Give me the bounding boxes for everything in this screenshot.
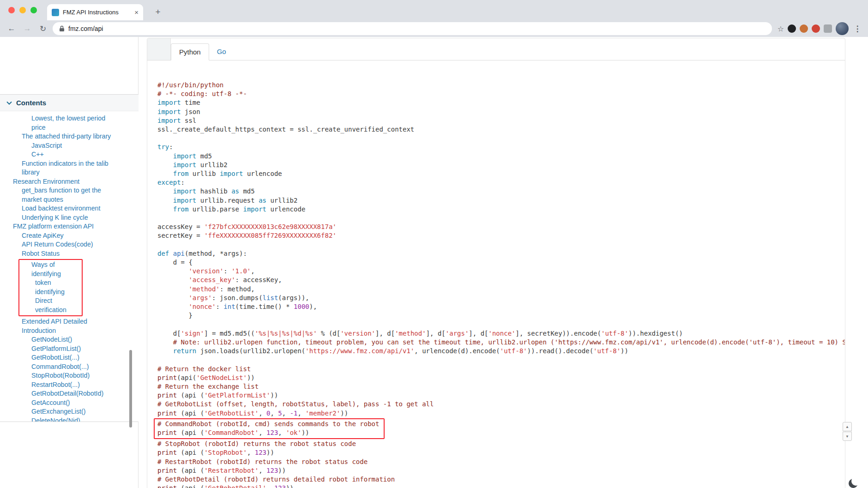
code-line <box>157 320 845 329</box>
code-line: # StopRobot (robotId) returns the robot … <box>157 440 845 448</box>
code-line <box>157 355 845 364</box>
back-icon[interactable]: ← <box>6 23 18 35</box>
toc-item[interactable]: Ways of identifying <box>19 260 82 278</box>
sidebar-scrollbar[interactable] <box>129 350 132 428</box>
code-line: import ssl <box>157 116 845 125</box>
code-line: 'method': method, <box>157 285 845 294</box>
code-line: print (api ('StopRobot', 123)) <box>157 448 845 457</box>
toc-item[interactable]: get_bars function to get the market quot… <box>0 186 137 204</box>
code-line: print (api ('GetRobotDetail', 123)) <box>157 484 845 488</box>
code-line: # Return the exchange list <box>157 382 845 391</box>
toc-item[interactable]: token identifying <box>19 278 82 296</box>
minimize-window-button[interactable] <box>19 7 26 13</box>
code-line: # RestartRobot (robotId) returns the rob… <box>157 458 845 466</box>
dark-mode-moon-icon[interactable] <box>851 476 861 486</box>
extension-icon[interactable] <box>812 24 820 33</box>
browser-tab[interactable]: FMZ API Instructions × <box>47 4 143 20</box>
toc-item[interactable]: Underlying K line cycle <box>0 213 137 223</box>
code-block: #!/usr/bin/python# -*- coding: utf-8 -*-… <box>147 60 845 488</box>
browser-menu-icon[interactable]: ⋮ <box>852 23 862 35</box>
code-line <box>157 241 845 249</box>
code-highlight-box: # CommandRobot (robotId, cmd) sends comm… <box>154 418 385 439</box>
contents-panel: Contents Lowest, the lowest period price… <box>0 94 139 422</box>
sidebar: Contents Lowest, the lowest period price… <box>0 37 139 488</box>
code-line: # -*- coding: utf-8 -*- <box>157 90 845 98</box>
zoom-window-button[interactable] <box>30 7 37 13</box>
toc-item[interactable]: Robot Status <box>0 249 137 259</box>
toc-item[interactable]: Load backtest environment <box>0 204 137 213</box>
code-line: # Return the docker list <box>157 365 845 374</box>
code-line: import md5 <box>157 152 845 161</box>
code-line: from urllib.parse import urlencode <box>157 205 845 214</box>
contents-title: Contents <box>16 99 46 107</box>
toc-item[interactable]: Direct verification <box>19 296 82 314</box>
toc-item[interactable]: GetRobotList(...) <box>0 353 137 362</box>
code-line: def api(method, *args): <box>157 249 845 258</box>
toc-item[interactable]: StopRobot(RobotId) <box>0 371 137 380</box>
toc-item[interactable]: FMZ platform extension API <box>0 222 137 231</box>
toc-item[interactable]: Extended API Detailed Introduction <box>0 317 137 335</box>
toc-item[interactable]: Function indicators in the talib library <box>0 159 137 177</box>
toc-item[interactable]: CommandRobot(...) <box>0 362 137 372</box>
code-line: print (api ('RestartRobot', 123)) <box>157 466 845 475</box>
extension-icon[interactable] <box>788 24 796 33</box>
code-line: accessKey = 'f27bfcXXXXXXXX013c62e98XXXX… <box>157 223 845 231</box>
code-line: import json <box>157 108 845 116</box>
profile-avatar[interactable] <box>836 22 849 35</box>
close-window-button[interactable] <box>8 7 15 13</box>
browser-chrome: FMZ API Instructions × + ← → ↻ fmz.com/a… <box>0 0 868 37</box>
toc-item[interactable]: Research Environment <box>0 177 137 187</box>
code-line: print (api ('GetRobotList', 0, 5, -1, 'm… <box>157 409 845 418</box>
toc-item[interactable]: C++ <box>0 150 137 159</box>
tab-go[interactable]: Go <box>209 43 234 60</box>
toc-item[interactable]: GetNodeList() <box>0 335 137 344</box>
bookmark-star-icon[interactable]: ☆ <box>778 24 784 33</box>
browser-tab-title: FMZ API Instructions <box>63 9 131 16</box>
scroll-up-button[interactable]: ▲ <box>843 422 852 431</box>
toc-item[interactable]: GetExchangeList() <box>0 407 137 416</box>
scroll-down-button[interactable]: ▼ <box>843 432 852 441</box>
code-line <box>157 214 845 223</box>
toc-item[interactable]: Create ApiKey <box>0 231 137 241</box>
code-line: 'access_key': accessKey, <box>157 276 845 284</box>
code-line: try: <box>157 143 845 151</box>
code-line: } <box>157 311 845 320</box>
site-favicon-icon <box>52 9 59 16</box>
toc-item[interactable]: DeleteNode(Nid) <box>0 416 137 422</box>
toc-item[interactable]: JavaScript <box>0 141 137 151</box>
code-tab-bar: Python Go <box>147 38 845 60</box>
contents-header[interactable]: Contents <box>0 95 139 111</box>
code-line: # Note: urllib2.urlopen function, timeou… <box>157 338 845 347</box>
new-tab-button[interactable]: + <box>152 6 163 18</box>
url-text: fmz.com/api <box>68 25 103 32</box>
tab-strip: FMZ API Instructions × + <box>0 0 868 20</box>
tab-close-icon[interactable]: × <box>134 8 139 16</box>
reload-icon[interactable]: ↻ <box>37 23 49 35</box>
code-line: # GetRobotDetail (robotId) returns detai… <box>157 475 845 484</box>
toc-item[interactable]: GetAccount() <box>0 398 137 408</box>
code-line: import hashlib as md5 <box>157 187 845 196</box>
code-line: import time <box>157 98 845 107</box>
toc-item[interactable]: The attached third-party library <box>0 132 137 141</box>
code-line: d = { <box>157 258 845 267</box>
extension-icon[interactable] <box>824 24 832 33</box>
tab-python[interactable]: Python <box>171 43 209 60</box>
browser-window: FMZ API Instructions × + ← → ↻ fmz.com/a… <box>0 0 868 488</box>
table-of-contents: Lowest, the lowest period priceThe attac… <box>0 111 139 422</box>
code-line: from urllib import urlencode <box>157 169 845 178</box>
toc-item[interactable]: GetPlatformList() <box>0 344 137 354</box>
extension-icon[interactable] <box>800 24 808 33</box>
code-line: d['sign'] = md5.md5(('%s|%s|%s|%d|%s' % … <box>157 329 845 338</box>
code-line: secretKey = 'ffeXXXXXXXX085ff7269XXXXXXX… <box>157 231 845 240</box>
forward-icon[interactable]: → <box>21 23 33 35</box>
code-line: print (api ('CommandRobot', 123, 'ok')) <box>157 428 379 437</box>
toc-item[interactable]: RestartRobot(...) <box>0 380 137 390</box>
address-bar[interactable]: fmz.com/api <box>53 22 772 35</box>
toc-item[interactable]: Lowest, the lowest period price <box>0 114 137 132</box>
toc-item[interactable]: API Return Codes(code) <box>0 240 137 249</box>
code-line: import urllib.request as urllib2 <box>157 196 845 205</box>
code-line: 'nonce': int(time.time() * 1000), <box>157 302 845 311</box>
toc-item[interactable]: GetRobotDetail(RobotId) <box>0 389 137 398</box>
content-card: Python Go #!/usr/bin/python# -*- coding:… <box>147 38 845 488</box>
code-line: print (api ('GetPlatformList')) <box>157 391 845 400</box>
